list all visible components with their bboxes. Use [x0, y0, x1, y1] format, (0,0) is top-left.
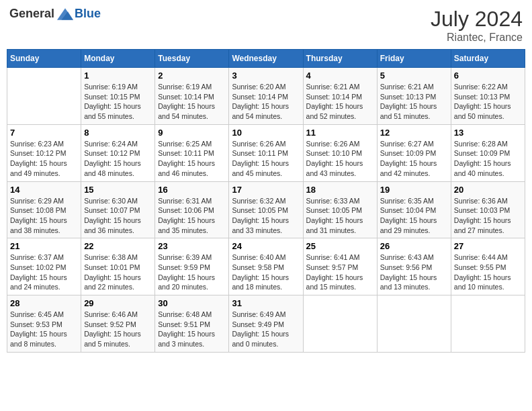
day-number: 9: [158, 128, 226, 138]
calendar-cell: 23Sunrise: 6:39 AMSunset: 9:59 PMDayligh…: [155, 238, 229, 295]
day-number: 26: [380, 241, 448, 251]
header-thursday: Thursday: [303, 50, 377, 68]
day-number: 23: [158, 241, 226, 251]
calendar-cell: 17Sunrise: 6:32 AMSunset: 10:05 PMDaylig…: [229, 181, 303, 238]
day-info: Sunrise: 6:26 AMSunset: 10:10 PMDaylight…: [306, 139, 374, 179]
logo-icon: [57, 7, 73, 21]
day-info: Sunrise: 6:33 AMSunset: 10:05 PMDaylight…: [306, 196, 374, 236]
location-subtitle: Riantec, France: [431, 32, 523, 44]
day-info: Sunrise: 6:24 AMSunset: 10:12 PMDaylight…: [84, 139, 152, 179]
day-info: Sunrise: 6:20 AMSunset: 10:14 PMDaylight…: [232, 82, 300, 122]
calendar-cell: 15Sunrise: 6:30 AMSunset: 10:07 PMDaylig…: [81, 181, 155, 238]
day-number: 17: [232, 185, 300, 195]
day-number: 14: [10, 185, 78, 195]
header-sunday: Sunday: [7, 50, 81, 68]
day-number: 29: [84, 298, 152, 308]
day-info: Sunrise: 6:39 AMSunset: 9:59 PMDaylight:…: [158, 253, 226, 292]
day-number: 2: [158, 71, 226, 81]
calendar-cell: 1Sunrise: 6:19 AMSunset: 10:15 PMDayligh…: [81, 68, 155, 125]
calendar-cell: 13Sunrise: 6:28 AMSunset: 10:09 PMDaylig…: [451, 124, 525, 181]
day-number: 15: [84, 185, 152, 195]
calendar-cell: 27Sunrise: 6:44 AMSunset: 9:55 PMDayligh…: [451, 238, 525, 295]
day-number: 10: [232, 128, 300, 138]
day-number: 22: [84, 241, 152, 251]
calendar-cell: 22Sunrise: 6:38 AMSunset: 10:01 PMDaylig…: [81, 238, 155, 295]
calendar-cell: 10Sunrise: 6:26 AMSunset: 10:11 PMDaylig…: [229, 124, 303, 181]
day-number: 18: [306, 185, 374, 195]
page-header: General Blue July 2024 Riantec, France: [7, 7, 525, 44]
day-info: Sunrise: 6:28 AMSunset: 10:09 PMDaylight…: [454, 139, 522, 179]
day-info: Sunrise: 6:29 AMSunset: 10:08 PMDaylight…: [10, 196, 78, 236]
day-info: Sunrise: 6:38 AMSunset: 10:01 PMDaylight…: [84, 253, 152, 292]
day-number: 1: [84, 71, 152, 81]
title-section: July 2024 Riantec, France: [431, 7, 523, 44]
day-number: 3: [232, 71, 300, 81]
day-number: 24: [232, 241, 300, 251]
day-info: Sunrise: 6:31 AMSunset: 10:06 PMDaylight…: [158, 196, 226, 236]
calendar-cell: [377, 295, 451, 353]
day-info: Sunrise: 6:44 AMSunset: 9:55 PMDaylight:…: [454, 253, 522, 292]
calendar-cell: 14Sunrise: 6:29 AMSunset: 10:08 PMDaylig…: [7, 181, 81, 238]
calendar-cell: 20Sunrise: 6:36 AMSunset: 10:03 PMDaylig…: [451, 181, 525, 238]
calendar-cell: 3Sunrise: 6:20 AMSunset: 10:14 PMDayligh…: [229, 68, 303, 125]
day-number: 19: [380, 185, 448, 195]
day-info: Sunrise: 6:49 AMSunset: 9:49 PMDaylight:…: [232, 310, 300, 349]
day-number: 28: [10, 298, 78, 308]
day-number: 21: [10, 241, 78, 251]
logo-text-blue: Blue: [75, 7, 101, 21]
calendar-week-1: 1Sunrise: 6:19 AMSunset: 10:15 PMDayligh…: [7, 68, 525, 125]
calendar-table: Sunday Monday Tuesday Wednesday Thursday…: [7, 49, 525, 353]
day-info: Sunrise: 6:21 AMSunset: 10:13 PMDaylight…: [380, 82, 448, 122]
day-info: Sunrise: 6:30 AMSunset: 10:07 PMDaylight…: [84, 196, 152, 236]
calendar-cell: 25Sunrise: 6:41 AMSunset: 9:57 PMDayligh…: [303, 238, 377, 295]
calendar-header-row: Sunday Monday Tuesday Wednesday Thursday…: [7, 50, 525, 68]
day-info: Sunrise: 6:46 AMSunset: 9:52 PMDaylight:…: [84, 310, 152, 349]
calendar-cell: 8Sunrise: 6:24 AMSunset: 10:12 PMDayligh…: [81, 124, 155, 181]
calendar-cell: 12Sunrise: 6:27 AMSunset: 10:09 PMDaylig…: [377, 124, 451, 181]
calendar-cell: 16Sunrise: 6:31 AMSunset: 10:06 PMDaylig…: [155, 181, 229, 238]
day-number: 31: [232, 298, 300, 308]
day-info: Sunrise: 6:27 AMSunset: 10:09 PMDaylight…: [380, 139, 448, 179]
day-info: Sunrise: 6:22 AMSunset: 10:13 PMDaylight…: [454, 82, 522, 122]
day-number: 11: [306, 128, 374, 138]
calendar-cell: 24Sunrise: 6:40 AMSunset: 9:58 PMDayligh…: [229, 238, 303, 295]
calendar-cell: 2Sunrise: 6:19 AMSunset: 10:14 PMDayligh…: [155, 68, 229, 125]
calendar-week-2: 7Sunrise: 6:23 AMSunset: 10:12 PMDayligh…: [7, 124, 525, 181]
day-number: 20: [454, 185, 522, 195]
header-saturday: Saturday: [451, 50, 525, 68]
day-info: Sunrise: 6:25 AMSunset: 10:11 PMDaylight…: [158, 139, 226, 179]
calendar-cell: 5Sunrise: 6:21 AMSunset: 10:13 PMDayligh…: [377, 68, 451, 125]
day-info: Sunrise: 6:40 AMSunset: 9:58 PMDaylight:…: [232, 253, 300, 292]
day-number: 30: [158, 298, 226, 308]
calendar-cell: 28Sunrise: 6:45 AMSunset: 9:53 PMDayligh…: [7, 295, 81, 353]
calendar-cell: [7, 68, 81, 125]
day-info: Sunrise: 6:21 AMSunset: 10:14 PMDaylight…: [306, 82, 374, 122]
day-number: 6: [454, 71, 522, 81]
header-monday: Monday: [81, 50, 155, 68]
calendar-cell: 31Sunrise: 6:49 AMSunset: 9:49 PMDayligh…: [229, 295, 303, 353]
day-info: Sunrise: 6:45 AMSunset: 9:53 PMDaylight:…: [10, 310, 78, 349]
day-info: Sunrise: 6:23 AMSunset: 10:12 PMDaylight…: [10, 139, 78, 179]
calendar-cell: 7Sunrise: 6:23 AMSunset: 10:12 PMDayligh…: [7, 124, 81, 181]
calendar-week-4: 21Sunrise: 6:37 AMSunset: 10:02 PMDaylig…: [7, 238, 525, 295]
day-number: 4: [306, 71, 374, 81]
day-number: 25: [306, 241, 374, 251]
calendar-cell: 30Sunrise: 6:48 AMSunset: 9:51 PMDayligh…: [155, 295, 229, 353]
day-info: Sunrise: 6:48 AMSunset: 9:51 PMDaylight:…: [158, 310, 226, 349]
day-number: 13: [454, 128, 522, 138]
calendar-cell: 4Sunrise: 6:21 AMSunset: 10:14 PMDayligh…: [303, 68, 377, 125]
logo-text-general: General: [9, 7, 54, 21]
calendar-week-5: 28Sunrise: 6:45 AMSunset: 9:53 PMDayligh…: [7, 295, 525, 353]
header-tuesday: Tuesday: [155, 50, 229, 68]
month-year-title: July 2024: [431, 7, 523, 32]
calendar-cell: [303, 295, 377, 353]
day-info: Sunrise: 6:19 AMSunset: 10:14 PMDaylight…: [158, 82, 226, 122]
calendar-cell: [451, 295, 525, 353]
calendar-cell: 21Sunrise: 6:37 AMSunset: 10:02 PMDaylig…: [7, 238, 81, 295]
day-number: 7: [10, 128, 78, 138]
calendar-cell: 9Sunrise: 6:25 AMSunset: 10:11 PMDayligh…: [155, 124, 229, 181]
day-number: 8: [84, 128, 152, 138]
header-friday: Friday: [377, 50, 451, 68]
calendar-cell: 18Sunrise: 6:33 AMSunset: 10:05 PMDaylig…: [303, 181, 377, 238]
calendar-cell: 6Sunrise: 6:22 AMSunset: 10:13 PMDayligh…: [451, 68, 525, 125]
